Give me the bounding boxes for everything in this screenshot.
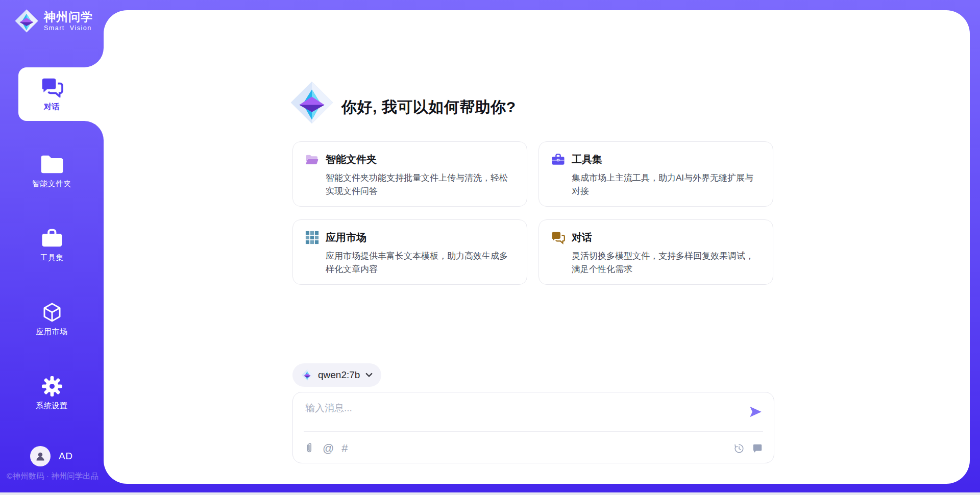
sidebar: 神州问学 Smart Vision 对话 智能文件夹 工具集 应用市场 系统设置… — [0, 0, 104, 495]
model-selector[interactable]: qwen2:7b — [292, 363, 381, 387]
brand-subtitle: Smart Vision — [44, 24, 93, 32]
feature-card-chat[interactable]: 对话 灵活切换多模型文件，支持多样回复效果调试，满足个性化需求 — [538, 219, 773, 285]
chevron-down-icon — [365, 373, 373, 378]
card-description: 应用市场提供丰富长文本模板，助力高效生成多样化文章内容 — [326, 250, 514, 276]
history-icon — [733, 443, 745, 454]
window-bottom-strip — [0, 492, 980, 495]
send-icon — [748, 405, 764, 419]
chat-bubbles-icon — [41, 77, 63, 97]
composer-toolbar: @ # — [304, 438, 763, 459]
card-title: 对话 — [572, 231, 592, 244]
main-content: 你好, 我可以如何帮助你? 智能文件夹 智能文件夹功能支持批量文件上传与清洗，轻… — [104, 10, 970, 484]
feature-card-toolset[interactable]: 工具集 集成市场上主流工具，助力AI与外界无缝扩展与对接 — [538, 141, 773, 207]
composer-divider — [304, 431, 763, 432]
sidebar-item-settings[interactable]: 系统设置 — [0, 369, 104, 417]
grid-cube-icon — [305, 231, 319, 244]
model-name: qwen2:7b — [318, 369, 360, 381]
feature-card-smart-folder[interactable]: 智能文件夹 智能文件夹功能支持批量文件上传与清洗，轻松实现文件问答 — [292, 141, 527, 207]
card-title: 工具集 — [572, 153, 602, 166]
folder-icon — [40, 154, 64, 175]
message-composer: @ # — [292, 392, 774, 463]
cube-icon — [43, 302, 61, 323]
card-description: 集成市场上主流工具，助力AI与外界无缝扩展与对接 — [572, 171, 761, 197]
person-icon — [34, 450, 46, 462]
mention-button[interactable]: @ — [323, 443, 334, 454]
user-account[interactable]: AD — [30, 446, 72, 466]
assistant-diamond-logo-icon — [289, 80, 334, 125]
brand-title: 神州问学 — [44, 10, 93, 23]
avatar — [30, 446, 51, 466]
briefcase-icon — [551, 153, 565, 166]
user-initials: AD — [59, 451, 72, 462]
brand-diamond-logo-icon — [14, 9, 39, 33]
tab-fillet-bottom — [84, 121, 104, 140]
folder-open-icon — [305, 153, 319, 166]
card-description: 灵活切换多模型文件，支持多样回复效果调试，满足个性化需求 — [572, 250, 761, 276]
new-chat-button[interactable] — [752, 443, 763, 454]
message-input[interactable] — [304, 401, 725, 429]
active-tab-background — [18, 67, 109, 121]
composer-tools-right — [733, 443, 763, 454]
paperclip-icon — [304, 443, 315, 454]
hashtag-button[interactable]: # — [341, 443, 348, 454]
gear-icon — [42, 376, 62, 397]
toolbox-icon — [41, 228, 63, 249]
greeting-text: 你好, 我可以如何帮助你? — [341, 97, 516, 118]
card-title: 应用市场 — [326, 231, 366, 244]
feature-cards: 智能文件夹 智能文件夹功能支持批量文件上传与清洗，轻松实现文件问答 工具集 集成… — [292, 141, 774, 285]
feature-card-app-market[interactable]: 应用市场 应用市场提供丰富长文本模板，助力高效生成多样化文章内容 — [292, 219, 527, 285]
brand: 神州问学 Smart Vision — [14, 9, 93, 33]
chat-bubbles-icon — [551, 231, 565, 244]
sidebar-item-smart-folder[interactable]: 智能文件夹 — [0, 147, 104, 195]
at-icon: @ — [323, 443, 334, 454]
history-button[interactable] — [733, 443, 745, 454]
composer-tools-left: @ # — [304, 443, 348, 454]
card-title: 智能文件夹 — [326, 153, 377, 166]
copyright-text: ©神州数码 · 神州问学出品 — [7, 471, 104, 482]
card-description: 智能文件夹功能支持批量文件上传与清洗，轻松实现文件问答 — [326, 171, 514, 197]
tab-fillet-top — [84, 48, 104, 67]
sidebar-item-app-market[interactable]: 应用市场 — [0, 295, 104, 343]
hash-icon: # — [341, 443, 348, 454]
sidebar-item-chat[interactable]: 对话 — [0, 67, 104, 121]
comment-icon — [752, 443, 763, 454]
send-button[interactable] — [748, 404, 764, 419]
attach-file-button[interactable] — [304, 443, 315, 454]
sidebar-item-toolset[interactable]: 工具集 — [0, 221, 104, 269]
model-diamond-logo-icon — [301, 369, 313, 381]
